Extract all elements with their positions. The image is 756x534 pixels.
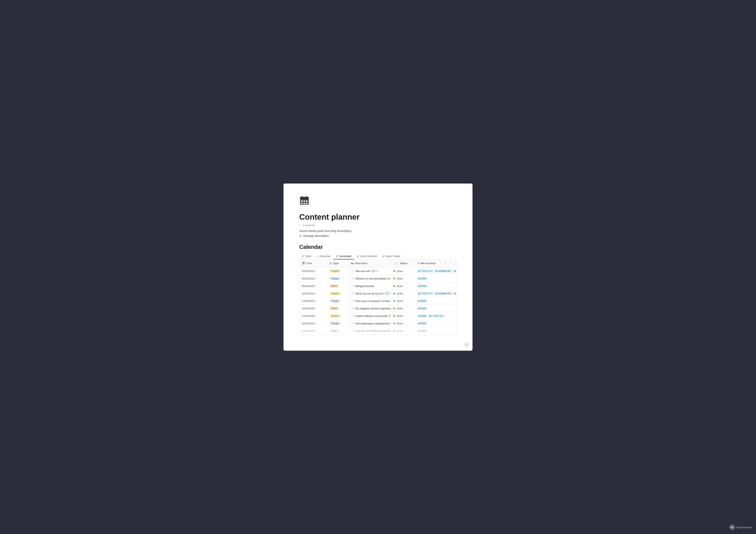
backlinks-icon: ✓ (299, 224, 301, 227)
svg-rect-9 (306, 203, 307, 204)
backlinks[interactable]: ✓ 2 backlinks (299, 224, 457, 227)
linkedin-icon: in (436, 292, 438, 294)
senti-icon: in (454, 270, 456, 272)
table-row[interactable]: 03/03/2023 Graphic 📄 Who are we? 💬 11 Do… (299, 267, 457, 275)
table-row[interactable]: 08/03/2023 Share 📄 Bilingual brands Done… (299, 282, 457, 290)
cell-desc: 📄 Useful statistics we provide 💬 7 (349, 313, 391, 319)
cell-date: 08/03/2023 (299, 283, 327, 289)
cell-date: 10/03/2023 (299, 291, 327, 296)
sm-tag-senti: in Senti (417, 299, 427, 303)
svg-rect-2 (302, 196, 303, 198)
doc-icon: 📄 (351, 329, 354, 332)
sm-tag-senti: in Senti (417, 307, 427, 310)
doc-icon: 📄 (351, 277, 354, 280)
more-options-button[interactable]: ··· (448, 261, 453, 266)
col-header-desc: Aa Short desc (349, 260, 391, 266)
calendar-tab-icon: ▭ (316, 255, 319, 258)
avatar-label: KH (731, 526, 734, 529)
type-badge: Engage (329, 277, 340, 280)
sm-tag-senti: in Senti (417, 277, 427, 280)
status-text: Done (397, 299, 403, 302)
sm-tag-senti: in Senti (417, 321, 427, 325)
page-title: Content planner (299, 213, 457, 221)
col-header-date: 📅 Date (299, 260, 327, 266)
status-col-icon: ⋮⋮ (393, 262, 399, 265)
sm-tag-senti: in Senti (417, 284, 427, 288)
doc-icon: 📄 (351, 285, 354, 288)
cell-sm: in Senti 🐦 Twitter KH (415, 313, 457, 319)
twitter-icon: 🐦 (418, 292, 421, 295)
linkedin-icon: in (418, 322, 420, 324)
table-tab-icon: ⊞ (302, 255, 304, 258)
avatar: KH (729, 524, 735, 530)
cell-type: Share (327, 328, 349, 334)
svg-rect-6 (306, 200, 307, 202)
tab-karol-linkedin[interactable]: ⊞ Karol LinkedIn (354, 253, 379, 259)
data-table: 📅 Date ⊙ Type Aa Short desc ⋮⋮ Status ↗ … (299, 259, 457, 335)
cell-type: Graphic (327, 313, 349, 319)
tab-karol-twitter[interactable]: ⊞ Karol Twitter (380, 253, 403, 259)
type-badge: Share (329, 307, 339, 310)
strategy-link-label: Strategy description (303, 234, 329, 238)
svg-rect-7 (301, 203, 303, 204)
linkedin-icon: in (418, 330, 420, 332)
cell-type: Engage (327, 320, 349, 326)
sm-tag-twitter: 🐦 Twitter KH (428, 314, 445, 318)
help-button[interactable]: ? (464, 342, 469, 347)
doc-icon: 📄 (351, 292, 354, 295)
cell-status: Done (391, 276, 415, 281)
svg-rect-1 (300, 197, 309, 199)
user-name: Karol Horosin (737, 526, 752, 529)
karol-linkedin-tab-icon: ⊞ (357, 255, 359, 258)
comment-count: 💬 11 (372, 270, 379, 272)
doc-icon: 📄 (351, 299, 354, 302)
cell-desc: 📄 Does your company's contact centre use… (349, 298, 391, 304)
status-dot (393, 322, 395, 324)
table-row[interactable]: 17/03/2023 Graphic 📄 Useful statistics w… (299, 312, 457, 320)
sm-tag-senti: in Senti (453, 269, 457, 273)
cell-sm: in Senti (415, 320, 457, 326)
table-row[interactable]: 15/03/2023 Share 📄 Do negative reviews r… (299, 305, 457, 312)
svg-rect-5 (304, 200, 305, 202)
col-header-status: ⋮⋮ Status (391, 260, 415, 266)
date-col-icon: 📅 (302, 262, 305, 265)
cell-date: 13/03/2023 (299, 298, 327, 304)
add-col-button[interactable]: + (444, 261, 447, 266)
table-row[interactable]: 22/03/2023 Share 📄 How can this Polish f… (299, 327, 457, 335)
cell-type: Share (327, 305, 349, 312)
tab-calendar[interactable]: ▭ Calendar (314, 253, 333, 259)
tab-sentimatic[interactable]: ⊞ Sentimatic (334, 253, 354, 259)
cell-desc: 📄 Gpt analizujący negatywność wypowiedzi… (349, 320, 391, 326)
comment-count: 💬 7 (389, 315, 391, 317)
strategy-icon: ⊙ (299, 234, 302, 238)
cell-status: Done (391, 306, 415, 311)
status-text: Done (397, 329, 403, 332)
twitter-icon: 🐦 (418, 270, 421, 272)
strategy-link[interactable]: ⊙ Strategy description (299, 234, 457, 238)
cell-type: Share (327, 283, 349, 289)
status-text: Done (397, 292, 403, 295)
doc-icon: 📄 (351, 307, 354, 310)
type-badge: Graphic (329, 269, 341, 273)
status-text: Done (397, 285, 403, 288)
doc-icon: 📄 (351, 322, 354, 325)
header-actions: + ··· (442, 261, 454, 266)
tab-sentimatic-label: Sentimatic (339, 255, 352, 258)
table-row[interactable]: 20/03/2023 Engage 📄 Gpt analizujący nega… (299, 320, 457, 327)
user-info: KH Karol Horosin (729, 524, 752, 530)
tab-table[interactable]: ⊞ Table (299, 253, 313, 259)
senti-icon: in (454, 292, 456, 294)
linkedin-icon: in (418, 285, 420, 287)
notion-page: Content planner ✓ 2 backlinks Social med… (284, 184, 472, 351)
sm-tag-twitter: 🐦 Twitter KH (417, 292, 434, 295)
status-text: Done (397, 322, 403, 325)
table-row[interactable]: 13/03/2023 Engage 📄 Does your company's … (299, 297, 457, 305)
status-dot (393, 285, 395, 287)
table-row[interactable]: 06/03/2023 Engage 📄 Women vs men percept… (299, 275, 457, 282)
linkedin-icon: in (418, 277, 420, 280)
linkedin-icon: in (418, 315, 420, 317)
status-text: Done (397, 277, 403, 280)
cell-date: 03/03/2023 (299, 268, 327, 274)
cell-type: Engage (327, 275, 349, 282)
table-row[interactable]: 10/03/2023 Graphic 📄 What can we do for … (299, 290, 457, 297)
